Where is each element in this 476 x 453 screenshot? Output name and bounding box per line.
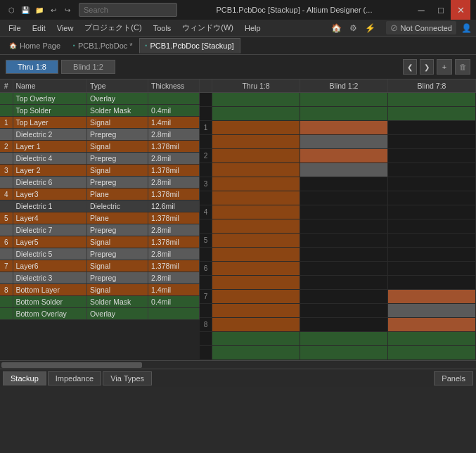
row-num — [0, 105, 13, 117]
add-stackup-button[interactable]: + — [437, 59, 452, 75]
menu-file[interactable]: File — [3, 20, 27, 37]
viz-cell-blind12 — [300, 93, 388, 106]
table-row[interactable]: Dielectric 2 Prepreg 2.8mil — [0, 129, 200, 141]
home-tab-icon: 🏠 — [9, 42, 17, 49]
menu-window[interactable]: ウィンドウ(W) — [176, 20, 239, 37]
next-stackup-button[interactable]: ❯ — [420, 59, 434, 75]
pcb-tab-icon-2: ▪ — [146, 42, 148, 49]
viz-cell-thru — [212, 163, 300, 177]
row-name: Top Solder — [13, 105, 86, 117]
table-row[interactable]: 3 Layer 2 Signal 1.378mil — [0, 165, 200, 177]
tab-pcb1-stackup[interactable]: ▪ PCB1.PcbDoc [Stackup] — [139, 38, 240, 53]
viz-col-thru: Thru 1:8 — [212, 79, 300, 92]
toolbar-icon-3[interactable]: ↩ — [48, 4, 59, 15]
row-type: Signal — [86, 284, 148, 296]
table-row[interactable]: 7 Layer6 Signal 1.378mil — [0, 260, 200, 272]
table-row[interactable]: 6 Layer5 Signal 1.378mil — [0, 236, 200, 248]
menu-help[interactable]: Help — [239, 20, 266, 37]
viz-cell-blind78 — [388, 191, 476, 205]
viz-row-num — [200, 135, 212, 148]
viz-cell-thru — [212, 149, 300, 162]
viz-cell-blind78 — [388, 177, 476, 191]
row-name: Dielectric 5 — [13, 248, 86, 260]
viz-cell-blind12 — [300, 177, 388, 191]
minimize-button[interactable]: ─ — [411, 0, 431, 20]
row-thickness: 1.378mil — [148, 141, 200, 153]
not-connected-label: Not Connected — [401, 24, 452, 32]
tab-home[interactable]: 🏠 Home Page — [3, 38, 67, 53]
tab-pcb1[interactable]: ▪ PCB1.PcbDoc * — [67, 38, 139, 53]
user-icon[interactable]: 👤 — [459, 21, 473, 35]
menu-view[interactable]: View — [51, 20, 79, 37]
search-input[interactable] — [79, 3, 177, 17]
stackup-tab-thru[interactable]: Thru 1:8 — [6, 60, 58, 74]
table-row[interactable]: Dielectric 6 Prepreg 2.8mil — [0, 177, 200, 189]
row-type: Solder Mask — [86, 105, 148, 117]
row-type: Dielectric — [86, 200, 148, 212]
viz-row-num — [200, 276, 212, 289]
settings-icon[interactable]: ⚙ — [347, 21, 361, 35]
table-row[interactable]: 2 Layer 1 Signal 1.378mil — [0, 141, 200, 153]
menu-project[interactable]: プロジェクト(C) — [79, 20, 147, 37]
viz-cell-blind12 — [300, 163, 388, 177]
viz-cell-blind78 — [388, 234, 476, 247]
viz-cell-blind78 — [388, 332, 476, 345]
tab-impedance[interactable]: Impedance — [48, 371, 101, 385]
panels-button[interactable]: Panels — [434, 371, 473, 385]
viz-table: Thru 1:8 Blind 1:2 Blind 7:8 1 2 — [200, 79, 476, 360]
delete-stackup-button[interactable]: 🗑 — [455, 59, 470, 75]
row-thickness: 12.6mil — [148, 200, 200, 212]
row-name: Dielectric 3 — [13, 272, 86, 284]
close-button[interactable]: ✕ — [451, 0, 470, 20]
table-row[interactable]: Top Overlay Overlay — [0, 93, 200, 105]
viz-cell-thru — [212, 219, 300, 233]
horizontal-scrollbar[interactable] — [0, 360, 476, 369]
viz-row-num: 2 — [200, 149, 212, 162]
maximize-button[interactable]: □ — [431, 0, 451, 20]
list-item: 8 — [200, 318, 476, 332]
row-thickness: 1.378mil — [148, 260, 200, 272]
row-thickness: 2.8mil — [148, 272, 200, 284]
toolbar-icon-4[interactable]: ↪ — [62, 4, 73, 15]
tab-via-types[interactable]: Via Types — [103, 371, 152, 385]
row-type: Prepreg — [86, 248, 148, 260]
viz-cell-blind12 — [300, 318, 388, 331]
table-row[interactable]: Dielectric 5 Prepreg 2.8mil — [0, 248, 200, 260]
row-num: 1 — [0, 117, 13, 129]
prev-stackup-button[interactable]: ❮ — [403, 59, 417, 75]
list-item — [200, 346, 476, 360]
tab-stackup[interactable]: Stackup — [3, 371, 46, 385]
table-row[interactable]: Bottom Overlay Overlay — [0, 308, 200, 320]
table-row[interactable]: 5 Layer4 Plane 1.378mil — [0, 212, 200, 224]
viz-row-num — [200, 248, 212, 261]
table-row[interactable]: Bottom Solder Solder Mask 0.4mil — [0, 296, 200, 308]
scroll-thumb[interactable] — [1, 362, 142, 368]
viz-cell-thru — [212, 93, 300, 106]
layer-table: # Name Type Thickness Top Overlay Overla… — [0, 79, 200, 360]
table-row[interactable]: 1 Top Layer Signal 1.4mil — [0, 117, 200, 129]
table-row[interactable]: Dielectric 3 Prepreg 2.8mil — [0, 272, 200, 284]
table-row[interactable]: Dielectric 4 Prepreg 2.8mil — [0, 153, 200, 165]
toolbar-icon-1[interactable]: 💾 — [20, 4, 31, 15]
table-row[interactable]: 8 Bottom Layer Signal 1.4mil — [0, 284, 200, 296]
lightning-icon[interactable]: ⚡ — [364, 21, 378, 35]
row-thickness: 2.8mil — [148, 248, 200, 260]
row-type: Plane — [86, 212, 148, 224]
stackup-tab-blind12[interactable]: Blind 1:2 — [61, 60, 115, 74]
menu-tools[interactable]: Tools — [148, 20, 177, 37]
list-item: 1 — [200, 121, 476, 135]
pcb-tab-icon-1: ▪ — [73, 42, 75, 49]
table-row[interactable]: Dielectric 7 Prepreg 2.8mil — [0, 224, 200, 236]
row-name: Layer4 — [13, 212, 86, 224]
menu-edit[interactable]: Edit — [27, 20, 51, 37]
viz-row-num — [200, 346, 212, 359]
toolbar-icon-2[interactable]: 📁 — [34, 4, 45, 15]
window-controls: ─ □ ✕ — [411, 0, 470, 20]
table-row[interactable]: Top Solder Solder Mask 0.4mil — [0, 105, 200, 117]
list-item: 7 — [200, 290, 476, 304]
viz-cell-blind12 — [300, 107, 388, 120]
table-row[interactable]: 4 Layer3 Plane 1.378mil — [0, 189, 200, 200]
table-row[interactable]: Dielectric 1 Dielectric 12.6mil — [0, 200, 200, 212]
home-icon[interactable]: 🏠 — [330, 21, 344, 35]
row-num: 7 — [0, 260, 13, 272]
